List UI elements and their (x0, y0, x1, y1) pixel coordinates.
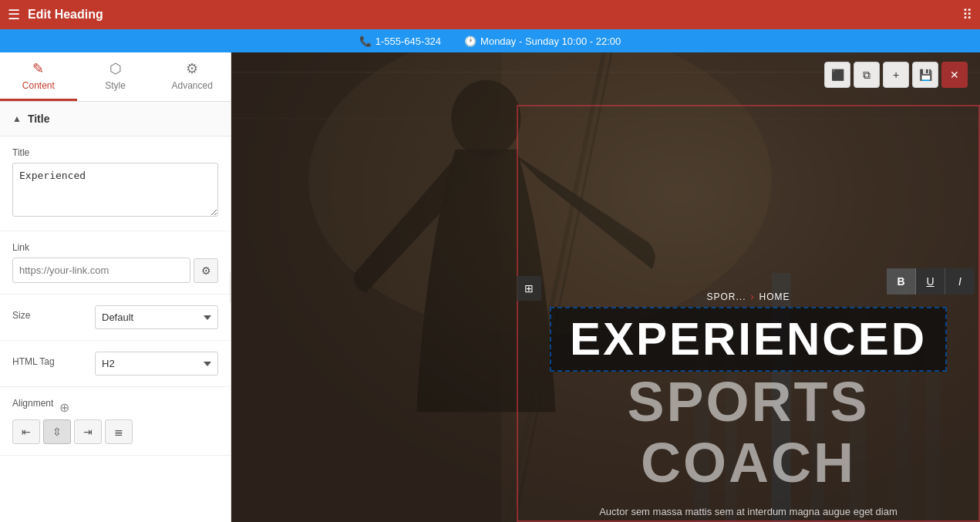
toolbar-square-button[interactable]: ⬛ (824, 62, 850, 88)
tab-content[interactable]: ✎ Content (0, 52, 77, 101)
experienced-heading: EXPERIENCED (570, 316, 927, 362)
size-label: Size (12, 310, 30, 321)
top-bar: ☰ Edit Heading ⠿ (0, 0, 980, 29)
cell-handle-icon: ⊞ (524, 282, 534, 295)
grid-icon[interactable]: ⠿ (962, 6, 972, 23)
phone-icon: 📞 (359, 35, 372, 47)
cell-handle[interactable]: ⊞ (517, 276, 541, 301)
sidebar-content: ▲ Title Title Experienced Link ⚙ (0, 102, 231, 522)
floating-toolbar: ⬛ ⧉ + 💾 ✕ (824, 62, 968, 88)
format-italic-button[interactable]: I (945, 268, 975, 295)
heading-box[interactable]: EXPERIENCED (550, 307, 947, 372)
format-underline-button[interactable]: U (916, 268, 945, 295)
alignment-globe-icon: ⊕ (59, 400, 70, 411)
info-bar: 📞 1-555-645-324 🕐 Monday - Sunday 10:00 … (0, 29, 980, 52)
hero-content: EXPERIENCED SPORTS COACH Auctor sem mass… (517, 307, 980, 522)
phone-info: 📞 1-555-645-324 (359, 35, 441, 47)
alignment-label: Alignment (12, 398, 53, 409)
toolbar-save-button[interactable]: 💾 (912, 62, 938, 88)
title-label: Title (12, 147, 218, 158)
alignment-field-group: Alignment ⊕ ⇤ ⇳ ⇥ (0, 387, 231, 456)
phone-number: 1-555-645-324 (375, 35, 441, 47)
italic-icon: I (958, 275, 961, 288)
style-icon: ⬡ (109, 60, 122, 77)
tab-style[interactable]: ⬡ Style (77, 52, 154, 101)
breadcrumb-sport: SPOR... (706, 291, 746, 302)
underline-icon: U (926, 275, 934, 288)
sidebar: ✎ Content ⬡ Style ⚙ Advanced ▲ Title (0, 52, 231, 522)
align-center-button[interactable]: ⇳ (43, 419, 71, 444)
section-title-label: Title (28, 113, 50, 125)
page-title: Edit Heading (28, 8, 103, 22)
tab-content-label: Content (22, 80, 55, 91)
advanced-icon: ⚙ (186, 60, 198, 77)
breadcrumb-separator: › (751, 291, 755, 302)
section-arrow-icon: ▲ (12, 113, 22, 124)
toolbar-close-button[interactable]: ✕ (941, 62, 968, 88)
sidebar-wrapper: ✎ Content ⬡ Style ⚙ Advanced ▲ Title (0, 52, 231, 522)
breadcrumb-home: HOME (759, 291, 790, 302)
hamburger-icon[interactable]: ☰ (8, 6, 20, 23)
tab-advanced-label: Advanced (171, 80, 212, 91)
section-title-header[interactable]: ▲ Title (0, 102, 231, 136)
content-icon: ✎ (32, 60, 44, 77)
sidebar-tabs: ✎ Content ⬡ Style ⚙ Advanced (0, 52, 231, 102)
clock-icon: 🕐 (464, 35, 477, 47)
bold-icon: B (897, 275, 904, 288)
html-tag-field-group: HTML Tag H1 H2 H3 (0, 341, 231, 387)
title-textarea[interactable]: Experienced (12, 163, 218, 217)
settings-icon: ⚙ (201, 264, 211, 277)
html-tag-label: HTML Tag (12, 356, 55, 367)
alignment-buttons: ⇤ ⇳ ⇥ ≣ (12, 419, 218, 444)
align-justify-icon: ≣ (114, 426, 123, 438)
align-right-button[interactable]: ⇥ (74, 419, 102, 444)
hours-info: 🕐 Monday - Sunday 10:00 - 22:00 (464, 35, 621, 47)
link-label: Link (12, 242, 218, 253)
link-input[interactable] (12, 258, 190, 283)
align-left-icon: ⇤ (22, 426, 31, 438)
sports-coach-heading: SPORTS COACH (517, 372, 980, 493)
html-tag-select[interactable]: H1 H2 H3 (95, 352, 218, 376)
align-center-icon: ⇳ (52, 426, 62, 438)
toolbar-copy-button[interactable]: ⧉ (854, 62, 880, 88)
format-bold-button[interactable]: B (887, 268, 916, 295)
align-right-icon: ⇥ (83, 426, 93, 438)
hero-description: Auctor sem massa mattis sem at interdum … (594, 504, 903, 522)
title-field-group: Title Experienced (0, 136, 231, 231)
canvas-area: ⬛ ⧉ + 💾 ✕ (231, 52, 980, 522)
link-field-group: Link ⚙ (0, 231, 231, 295)
text-format-bar: B U I (887, 268, 975, 295)
toolbar-add-button[interactable]: + (883, 62, 909, 88)
size-select[interactable]: Default Small Medium Large (95, 305, 218, 329)
align-left-button[interactable]: ⇤ (12, 419, 40, 444)
hours-text: Monday - Sunday 10:00 - 22:00 (480, 35, 621, 47)
size-field-group: Size Default Small Medium Large (0, 295, 231, 341)
align-justify-button[interactable]: ≣ (105, 419, 133, 444)
link-settings-button[interactable]: ⚙ (194, 258, 218, 283)
tab-advanced[interactable]: ⚙ Advanced (153, 52, 231, 101)
tab-style-label: Style (105, 80, 126, 91)
